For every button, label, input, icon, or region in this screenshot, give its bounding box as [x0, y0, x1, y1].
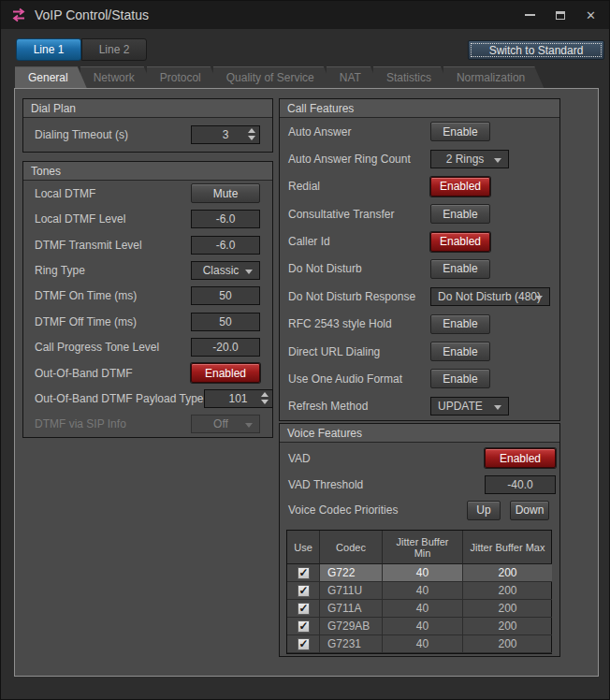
setting-row: Dialing Timeout (s) 3 — [23, 118, 272, 152]
dtmf-on-time-input[interactable]: 50 — [191, 286, 260, 305]
dtmf-transmit-level-input[interactable]: -6.0 — [191, 236, 260, 255]
setting-row: Direct URL Dialing Enable — [280, 338, 559, 365]
ring-type-label: Ring Type — [23, 264, 191, 277]
chevron-down-icon — [245, 270, 253, 274]
setting-row: Voice Codec Priorities Up Down — [280, 497, 559, 523]
spin-down-icon[interactable] — [248, 136, 255, 140]
ring-type-dropdown[interactable]: Classic — [191, 261, 260, 280]
setting-row: Out-Of-Band DTMF Enabled — [23, 360, 272, 386]
use-one-audio-format-enable-button[interactable]: Enable — [430, 369, 490, 388]
line-1-tab[interactable]: Line 1 — [16, 38, 81, 61]
auto-answer-enable-button[interactable]: Enable — [430, 122, 490, 141]
tab-general[interactable]: General — [15, 66, 87, 88]
spin-up-icon[interactable] — [261, 392, 269, 397]
jitter-min-cell[interactable]: 40 — [383, 635, 463, 653]
codec-row-g7231[interactable]: G7231 40 200 — [287, 635, 551, 653]
tab-normalization[interactable]: Normalization — [443, 66, 544, 88]
tab-quality-of-service[interactable]: Quality of Service — [213, 66, 333, 88]
local-dtmf-level-input[interactable]: -6.0 — [191, 210, 260, 228]
auto-answer-ring-count-label: Auto Answer Ring Count — [280, 153, 430, 166]
codec-cell[interactable]: G711U — [320, 582, 383, 600]
caller-id-enabled-button[interactable]: Enabled — [430, 232, 490, 252]
local-dtmf-level-label: Local DTMF Level — [23, 212, 191, 226]
minimize-icon[interactable] — [525, 14, 535, 16]
local-dtmf-mute-button[interactable]: Mute — [191, 183, 260, 203]
jitter-max-cell[interactable]: 200 — [463, 582, 552, 600]
vad-threshold-input[interactable]: -40.0 — [485, 475, 556, 494]
codec-row-g729ab[interactable]: G729AB 40 200 — [287, 618, 551, 635]
jitter-max-cell[interactable]: 200 — [463, 564, 552, 582]
rfc-2543-style-hold-label: RFC 2543 style Hold — [280, 317, 430, 330]
do-not-disturb-enable-button[interactable]: Enable — [430, 259, 490, 279]
use-checkbox[interactable] — [298, 603, 310, 615]
codec-row-g722[interactable]: G722 40 200 — [287, 564, 551, 582]
direct-url-dialing-enable-button[interactable]: Enable — [430, 342, 490, 361]
jitter-max-cell[interactable]: 200 — [463, 618, 552, 635]
setting-row: Out-Of-Band DTMF Payload Type 101 — [23, 386, 272, 411]
setting-row: Local DTMF Level -6.0 — [23, 206, 272, 231]
dtmf-off-time-input[interactable]: 50 — [191, 313, 260, 331]
setting-row: Use One Audio Format Enable — [280, 365, 559, 392]
tab-protocol[interactable]: Protocol — [147, 66, 220, 88]
titlebar: VoIP Control/Status ✕ — [1, 1, 610, 29]
use-checkbox[interactable] — [298, 567, 310, 579]
jitter-min-cell[interactable]: 40 — [383, 564, 463, 582]
codec-cell[interactable]: G729AB — [320, 618, 383, 635]
tab-statistics[interactable]: Statistics — [373, 66, 450, 88]
codec-cell[interactable]: G711A — [320, 600, 383, 618]
codec-cell[interactable]: G722 — [320, 564, 383, 582]
line-2-tab[interactable]: Line 2 — [81, 38, 147, 61]
spin-down-icon[interactable] — [261, 400, 269, 404]
setting-row: Caller Id Enabled — [280, 227, 559, 255]
window-title: VoIP Control/Status — [35, 7, 149, 22]
codec-cell[interactable]: G7231 — [320, 635, 383, 653]
spin-up-icon[interactable] — [248, 128, 255, 133]
call-progress-tone-level-input[interactable]: -20.0 — [191, 338, 260, 357]
tab-network[interactable]: Network — [80, 66, 153, 88]
switch-to-standard-button[interactable]: Switch to Standard — [468, 40, 604, 60]
jitter-min-cell[interactable]: 40 — [383, 582, 463, 600]
rfc-2543-hold-enable-button[interactable]: Enable — [430, 314, 490, 334]
codec-row-g711a[interactable]: G711A 40 200 — [287, 600, 551, 618]
refresh-method-dropdown[interactable]: UPDATE — [430, 397, 509, 416]
jitter-max-cell[interactable]: 200 — [463, 635, 552, 653]
use-checkbox[interactable] — [298, 638, 310, 650]
jitter-min-cell[interactable]: 40 — [383, 600, 463, 618]
jitter-max-cell[interactable]: 200 — [463, 600, 552, 618]
out-of-band-dtmf-enabled-button[interactable]: Enabled — [191, 363, 260, 383]
vad-enabled-button[interactable]: Enabled — [485, 448, 556, 468]
chevron-down-icon — [535, 296, 543, 300]
codec-priority-up-button[interactable]: Up — [467, 501, 501, 520]
redial-enabled-button[interactable]: Enabled — [430, 177, 490, 197]
dialing-timeout-label: Dialing Timeout (s) — [23, 128, 191, 141]
dialing-timeout-spinner[interactable]: 3 — [191, 125, 260, 144]
codec-table-header: Use Codec Jitter Buffer Min Jitter Buffe… — [287, 531, 551, 564]
group-title: Voice Features — [280, 424, 559, 443]
setting-row: DTMF Transmit Level -6.0 — [23, 232, 272, 257]
col-header-jitter-max: Jitter Buffer Max — [463, 531, 552, 564]
setting-row: Do Not Disturb Response Do Not Disturb (… — [280, 283, 559, 310]
call-features-group: Call Features Auto Answer Enable Auto An… — [279, 98, 560, 421]
general-tab-panel: Dial Plan Dialing Timeout (s) 3 Tones — [14, 88, 599, 677]
do-not-disturb-response-dropdown[interactable]: Do Not Disturb (480) — [430, 287, 550, 306]
setting-row: VAD Enabled — [280, 445, 559, 472]
codec-row-g711u[interactable]: G711U 40 200 — [287, 582, 551, 600]
codec-priority-down-button[interactable]: Down — [510, 501, 549, 520]
maximize-icon[interactable] — [556, 11, 565, 20]
dtmf-via-sip-info-dropdown: Off — [191, 415, 260, 433]
use-checkbox[interactable] — [298, 620, 310, 633]
close-icon[interactable]: ✕ — [586, 9, 596, 22]
consultative-transfer-enable-button[interactable]: Enable — [430, 204, 490, 224]
setting-row: Do Not Disturb Enable — [280, 255, 559, 283]
setting-row: Redial Enabled — [280, 173, 559, 200]
chevron-down-icon — [494, 158, 501, 163]
do-not-disturb-response-label: Do Not Disturb Response — [280, 290, 430, 303]
payload-type-spinner[interactable]: 101 — [204, 389, 273, 408]
use-checkbox[interactable] — [298, 585, 310, 597]
voice-features-group: Voice Features VAD Enabled VAD Threshold… — [279, 423, 560, 657]
tab-nat[interactable]: NAT — [327, 66, 380, 88]
auto-answer-ring-count-dropdown[interactable]: 2 Rings — [430, 150, 509, 168]
setting-row: VAD Threshold -40.0 — [280, 472, 559, 498]
jitter-min-cell[interactable]: 40 — [383, 618, 463, 635]
call-progress-tone-level-label: Call Progress Tone Level — [23, 341, 191, 354]
